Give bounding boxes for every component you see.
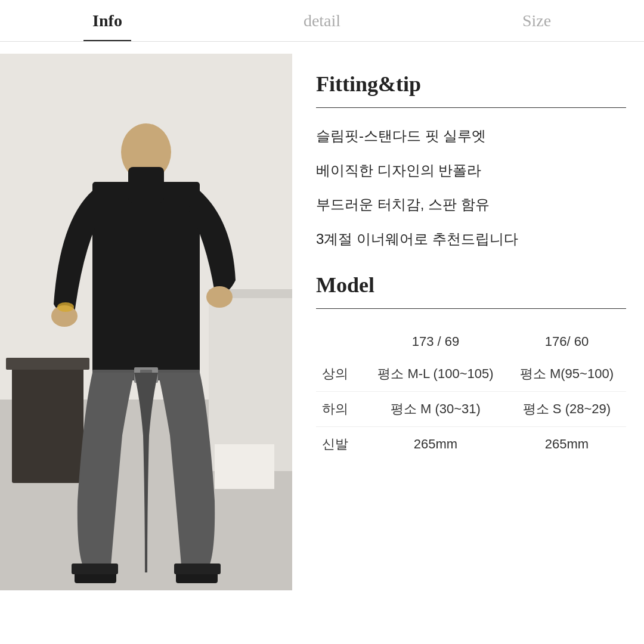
- tab-navigation: Info detail Size: [0, 0, 644, 42]
- tab-detail-label: detail: [304, 11, 340, 30]
- tab-detail[interactable]: detail: [215, 0, 429, 41]
- fitting-divider: [316, 107, 626, 108]
- tip-4: 3계절 이너웨어로 추천드립니다: [316, 229, 626, 249]
- row-top-col1: 평소 M-L (100~105): [364, 357, 507, 392]
- tip-2: 베이직한 디자인의 반폴라: [316, 160, 626, 181]
- table-header-row: 173 / 69 176/ 60: [316, 327, 626, 357]
- table-row-shoes: 신발 265mm 265mm: [316, 427, 626, 462]
- model-divider: [316, 308, 626, 309]
- row-bottom-col2: 평소 S (28~29): [507, 392, 626, 427]
- svg-rect-12: [128, 167, 164, 203]
- row-top-col2: 평소 M(95~100): [507, 357, 626, 392]
- main-content: Fitting&tip 슬림핏-스탠다드 핏 실루엣 베이직한 디자인의 반폴라…: [0, 42, 644, 644]
- row-bottom-col1: 평소 M (30~31): [364, 392, 507, 427]
- table-header-label: [316, 327, 364, 357]
- tip-3: 부드러운 터치감, 스판 함유: [316, 194, 626, 215]
- table-header-col2: 176/ 60: [507, 327, 626, 357]
- table-header-col1: 173 / 69: [364, 327, 507, 357]
- svg-point-14: [206, 286, 233, 308]
- row-shoes-label: 신발: [316, 427, 364, 462]
- svg-rect-3: [12, 364, 83, 483]
- table-row-bottom: 하의 평소 M (30~31) 평소 S (28~29): [316, 392, 626, 427]
- svg-rect-21: [174, 564, 221, 574]
- tip-1: 슬림핏-스탠다드 핏 실루엣: [316, 126, 626, 146]
- tab-info-label: Info: [92, 11, 122, 30]
- row-bottom-label: 하의: [316, 392, 364, 427]
- table-row-top: 상의 평소 M-L (100~105) 평소 M(95~100): [316, 357, 626, 392]
- svg-rect-7: [215, 441, 274, 489]
- fitting-title: Fitting&tip: [316, 72, 626, 97]
- fitting-section: Fitting&tip 슬림핏-스탠다드 핏 실루엣 베이직한 디자인의 반폴라…: [316, 72, 626, 249]
- model-table: 173 / 69 176/ 60 상의 평소 M-L (100~105) 평소 …: [316, 327, 626, 462]
- svg-rect-8: [215, 438, 274, 444]
- model-section: Model 173 / 69 176/ 60 상의 평소 M-L (100~10…: [316, 273, 626, 462]
- model-image: [0, 54, 292, 590]
- tab-size[interactable]: Size: [429, 0, 644, 41]
- svg-rect-4: [6, 358, 89, 370]
- svg-point-22: [57, 302, 74, 312]
- tab-size-label: Size: [522, 11, 551, 30]
- row-shoes-col2: 265mm: [507, 427, 626, 462]
- right-content: Fitting&tip 슬림핏-스탠다드 핏 실루엣 베이직한 디자인의 반폴라…: [292, 54, 644, 644]
- row-shoes-col1: 265mm: [364, 427, 507, 462]
- svg-rect-19: [72, 564, 118, 574]
- row-top-label: 상의: [316, 357, 364, 392]
- model-title: Model: [316, 273, 626, 298]
- svg-rect-11: [92, 182, 200, 373]
- tab-info[interactable]: Info: [0, 0, 215, 41]
